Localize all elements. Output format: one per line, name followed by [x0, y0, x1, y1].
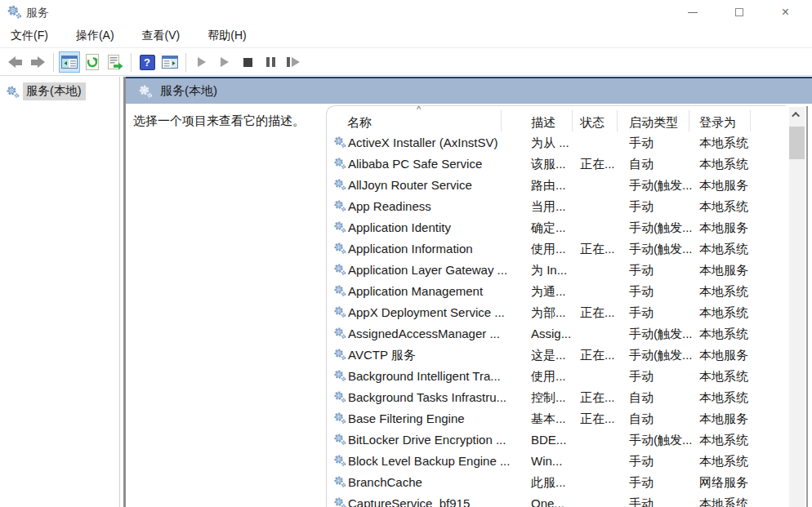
- table-row[interactable]: Application Management 为通... 手动 本地系统: [327, 282, 786, 303]
- service-description: 控制...: [531, 390, 566, 406]
- show-hide-action-pane-button[interactable]: [159, 51, 181, 73]
- menu-help[interactable]: 帮助(H): [207, 25, 255, 47]
- service-name: CaptureService_bf915: [348, 496, 470, 507]
- service-status: 正在...: [580, 390, 615, 406]
- service-logon-as: 本地系统: [699, 242, 748, 257]
- table-row[interactable]: BranchCache 此服... 手动 网络服务: [327, 473, 786, 494]
- title-bar[interactable]: 服务 ×: [0, 0, 812, 24]
- table-row[interactable]: AppX Deployment Service ... 为部... 正在... …: [327, 303, 786, 324]
- list-header: ^ 名称 描述 状态 启动类型 登录为: [327, 106, 786, 133]
- service-gear-icon: [333, 136, 346, 149]
- stop-service-icon: [243, 58, 252, 67]
- restart-service-button[interactable]: [283, 51, 304, 73]
- close-button[interactable]: ×: [762, 0, 809, 24]
- service-status: 正在...: [580, 305, 615, 321]
- stop-service-button[interactable]: [237, 51, 258, 73]
- service-gear-icon: [333, 157, 346, 170]
- table-row[interactable]: Background Tasks Infrastru... 控制... 正在..…: [327, 388, 786, 409]
- service-logon-as: 本地系统: [699, 369, 748, 385]
- service-logon-as: 本地系统: [699, 136, 748, 151]
- column-header-status[interactable]: 状态: [580, 115, 605, 131]
- menu-action[interactable]: 操作(A): [76, 25, 123, 47]
- table-row[interactable]: Application Identity 确定... 手动(触发... 本地服务: [327, 218, 786, 239]
- chevron-up-icon: [792, 111, 800, 119]
- service-gear-icon: [333, 411, 346, 425]
- table-row[interactable]: App Readiness 当用... 手动 本地系统: [327, 197, 786, 218]
- service-startup-type: 手动(触发...: [629, 327, 693, 342]
- scrollbar-thumb[interactable]: [789, 127, 805, 159]
- table-row[interactable]: AssignedAccessManager ... Assig... 手动(触发…: [327, 324, 786, 345]
- minimize-button[interactable]: [669, 0, 716, 24]
- service-startup-type: 手动(触发...: [629, 433, 693, 448]
- column-header-startup-type[interactable]: 启动类型: [629, 115, 678, 131]
- column-header-logon-as[interactable]: 登录为: [699, 115, 736, 131]
- start-service-button[interactable]: [191, 51, 212, 73]
- service-name: Application Management: [348, 284, 483, 298]
- service-gear-icon: [333, 305, 346, 318]
- menu-file[interactable]: 文件(F): [11, 25, 57, 47]
- table-row[interactable]: Background Intelligent Tra... 使用... 手动 本…: [327, 367, 786, 388]
- back-button[interactable]: [4, 51, 25, 73]
- service-logon-as: 本地系统: [699, 305, 748, 321]
- service-description: Win...: [531, 454, 562, 468]
- action-pane-icon: [162, 56, 178, 69]
- service-startup-type: 手动: [629, 199, 654, 215]
- console-tree-sidebar: 服务(本地): [0, 77, 119, 507]
- table-row[interactable]: Base Filtering Engine 基本... 正在... 自动 本地服…: [327, 409, 786, 430]
- forward-button[interactable]: [27, 51, 48, 73]
- service-startup-type: 手动: [629, 369, 654, 385]
- start-service-icon: [198, 57, 206, 67]
- table-row[interactable]: AllJoyn Router Service 路由... 手动(触发... 本地…: [327, 176, 786, 197]
- service-logon-as: 本地系统: [699, 454, 748, 469]
- service-gear-icon: [333, 496, 346, 507]
- table-row[interactable]: CaptureService_bf915 One... 手动 本地系统: [327, 494, 786, 507]
- service-name: AppX Deployment Service ...: [348, 305, 505, 319]
- table-row[interactable]: Block Level Backup Engine ... Win... 手动 …: [327, 451, 786, 473]
- maximize-button[interactable]: [716, 0, 762, 24]
- minimize-icon: [688, 12, 698, 13]
- column-header-name[interactable]: 名称: [347, 115, 372, 131]
- column-divider[interactable]: [572, 110, 573, 131]
- service-description: 确定...: [531, 220, 566, 236]
- table-row[interactable]: ActiveX Installer (AxInstSV) 为从 ... 手动 本…: [327, 133, 786, 154]
- service-description: 这是...: [531, 348, 566, 363]
- menu-view[interactable]: 查看(V): [142, 25, 190, 47]
- service-description: 该服...: [531, 157, 566, 172]
- services-window: 服务 × 文件(F) 操作(A) 查看(V) 帮助(H): [0, 0, 812, 507]
- service-name: Alibaba PC Safe Service: [348, 157, 482, 171]
- service-logon-as: 本地服务: [699, 178, 748, 193]
- pane-splitter[interactable]: [119, 77, 126, 507]
- service-gear-icon: [333, 369, 346, 382]
- table-row[interactable]: Alibaba PC Safe Service 该服... 正在... 自动 本…: [327, 154, 786, 176]
- table-row[interactable]: Application Layer Gateway ... 为 In... 手动…: [327, 260, 786, 282]
- service-gear-icon: [333, 390, 346, 403]
- service-logon-as: 本地服务: [699, 220, 748, 236]
- back-icon: [8, 56, 22, 68]
- column-divider[interactable]: [750, 110, 751, 131]
- table-row[interactable]: Application Information 使用... 正在... 手动(触…: [327, 239, 786, 260]
- table-row[interactable]: AVCTP 服务 这是... 正在... 手动(触发... 本地服务: [327, 345, 786, 367]
- vertical-scrollbar[interactable]: [789, 107, 805, 507]
- pause-service-button[interactable]: [260, 51, 281, 73]
- table-row[interactable]: BitLocker Drive Encryption ... BDE... 手动…: [327, 430, 786, 451]
- service-gear-icon: [333, 433, 346, 446]
- service-description: 为 In...: [531, 263, 567, 278]
- service-name: BitLocker Drive Encryption ...: [348, 433, 506, 447]
- service-description: BDE...: [531, 433, 566, 447]
- service-gear-icon: [333, 178, 346, 191]
- resume-service-button[interactable]: [214, 51, 235, 73]
- help-button[interactable]: ?: [136, 51, 158, 73]
- refresh-button[interactable]: [82, 51, 103, 73]
- column-divider[interactable]: [689, 110, 689, 131]
- service-name: Block Level Backup Engine ...: [348, 454, 510, 468]
- scroll-up-button[interactable]: [789, 107, 805, 122]
- service-gear-icon-slot: [333, 136, 346, 149]
- sidebar-item-services-local[interactable]: 服务(本地): [0, 82, 119, 100]
- column-divider[interactable]: [501, 110, 502, 131]
- column-header-description[interactable]: 描述: [531, 115, 555, 131]
- service-gear-icon-slot: [333, 390, 346, 403]
- show-hide-console-tree-button[interactable]: [59, 51, 80, 73]
- column-divider[interactable]: [617, 110, 618, 131]
- services-header-icon: [138, 84, 153, 99]
- export-list-button[interactable]: [105, 51, 126, 73]
